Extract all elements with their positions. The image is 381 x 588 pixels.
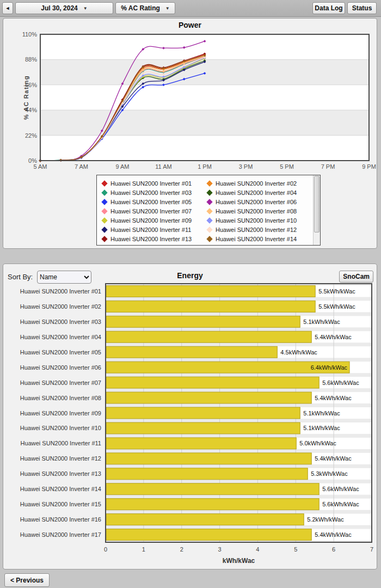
category-label: Huawei SUN2000 Inverter #15 [20, 501, 101, 507]
value-label: 5.4kWh/kWac [315, 395, 352, 401]
legend-marker-icon [206, 180, 212, 186]
category-label: Huawei SUN2000 Inverter #04 [20, 334, 101, 340]
category-label: Huawei SUN2000 Inverter #03 [20, 318, 101, 325]
chevron-down-icon: ▼ [83, 6, 88, 11]
category-label: Huawei SUN2000 Inverter #05 [20, 349, 101, 356]
value-label: 5.6kWh/kWac [322, 501, 359, 507]
data-log-button[interactable]: Data Log [312, 2, 345, 14]
legend-marker-icon [206, 217, 212, 223]
energy-bar [106, 407, 300, 419]
energy-bar [106, 529, 311, 541]
x-tick-label: 7 AM [75, 163, 88, 170]
legend-item: Huawei SUN2000 Inverter #03 [101, 189, 206, 196]
category-label: Huawei SUN2000 Inverter #07 [20, 379, 101, 386]
legend-marker-icon [206, 199, 212, 205]
value-label: 5.1kWh/kWac [303, 318, 340, 325]
legend-item: Huawei SUN2000 Inverter #11 [101, 226, 206, 233]
legend-scrollbar[interactable] [313, 175, 320, 245]
category-label: Huawei SUN2000 Inverter #02 [20, 303, 101, 310]
x-tick-label: 5 PM [280, 163, 294, 170]
legend-label: Huawei SUN2000 Inverter #02 [216, 180, 297, 187]
previous-button[interactable]: < Previous [4, 573, 50, 587]
energy-bar-chart: 01234567Huawei SUN2000 Inverter #015.5kW… [3, 264, 377, 567]
legend-grid: Huawei SUN2000 Inverter #01Huawei SUN200… [101, 179, 311, 243]
value-label: 5.4kWh/kWac [315, 531, 352, 538]
legend-marker-icon [206, 189, 212, 195]
energy-bar [106, 377, 319, 388]
legend-label: Huawei SUN2000 Inverter #05 [110, 199, 192, 205]
metric-dropdown[interactable]: % AC Rating ▼ [115, 2, 175, 14]
x-tick-label: 1 [142, 546, 145, 553]
value-label: 5.6kWh/kWac [322, 379, 359, 386]
energy-bar [106, 468, 308, 480]
category-label: Huawei SUN2000 Inverter #01 [20, 288, 101, 295]
power-panel: Power 0%22%44%66%88%110%5 AM7 AM9 AM11 A… [3, 18, 377, 249]
category-label: Huawei SUN2000 Inverter #17 [20, 531, 101, 538]
category-label: Huawei SUN2000 Inverter #12 [20, 455, 101, 462]
energy-panel: Sort By: Name Energy SnoCam 01234567Huaw… [3, 264, 377, 569]
energy-bar [106, 438, 296, 449]
x-tick-label: 2 [180, 546, 183, 553]
y-tick-label: 110% [22, 31, 38, 38]
legend-marker-icon [101, 217, 107, 223]
chevron-down-icon: ▼ [165, 6, 170, 11]
legend-label: Huawei SUN2000 Inverter #08 [216, 208, 297, 215]
legend-label: Huawei SUN2000 Inverter #12 [216, 226, 297, 233]
metric-label: % AC Rating [121, 4, 160, 12]
energy-bar [106, 422, 300, 434]
legend-item: Huawei SUN2000 Inverter #02 [206, 180, 311, 187]
legend-marker-icon [101, 208, 107, 214]
x-axis-title: kWh/kWac [223, 557, 255, 565]
date-label: Jul 30, 2024 [41, 4, 77, 12]
x-tick-label: 3 PM [239, 163, 253, 170]
energy-bar [106, 285, 315, 297]
energy-bar [106, 499, 319, 510]
value-label: 5.4kWh/kWac [315, 334, 352, 340]
legend-label: Huawei SUN2000 Inverter #11 [110, 226, 191, 233]
legend-marker-icon [101, 236, 107, 242]
category-label: Huawei SUN2000 Inverter #11 [21, 440, 101, 446]
plot-band [40, 110, 369, 135]
legend-label: Huawei SUN2000 Inverter #04 [216, 189, 297, 196]
y-tick-label: 88% [25, 56, 37, 63]
legend-item: Huawei SUN2000 Inverter #12 [206, 226, 311, 233]
legend-marker-icon [206, 208, 212, 214]
category-label: Huawei SUN2000 Inverter #08 [20, 395, 101, 401]
legend-label: Huawei SUN2000 Inverter #07 [110, 208, 192, 215]
legend-label: Huawei SUN2000 Inverter #10 [216, 217, 297, 224]
value-label: 5.5kWh/kWac [318, 303, 355, 310]
value-label: 5.1kWh/kWac [303, 410, 340, 416]
x-tick-label: 0 [104, 546, 107, 553]
legend-item: Huawei SUN2000 Inverter #10 [206, 217, 311, 224]
x-tick-label: 6 [332, 546, 335, 553]
value-label: 5.4kWh/kWac [315, 455, 352, 462]
energy-bar [106, 346, 277, 358]
legend-scrollbar-thumb[interactable] [314, 176, 319, 232]
legend-label: Huawei SUN2000 Inverter #03 [110, 189, 192, 196]
date-dropdown[interactable]: Jul 30, 2024 ▼ [15, 2, 113, 14]
value-label: 5.5kWh/kWac [318, 288, 355, 295]
energy-bar [106, 301, 315, 312]
legend-marker-icon [101, 180, 107, 186]
x-tick-label: 9 AM [115, 163, 129, 170]
status-button[interactable]: Status [347, 2, 377, 14]
value-label: 5.0kWh/kWac [299, 440, 336, 446]
value-label: 5.1kWh/kWac [303, 425, 340, 431]
x-tick-label: 5 AM [33, 163, 47, 170]
legend-item: Huawei SUN2000 Inverter #13 [101, 236, 206, 242]
x-tick-label: 7 PM [321, 163, 335, 170]
power-line-chart: 0%22%44%66%88%110%5 AM7 AM9 AM11 AM1 PM3… [3, 19, 377, 170]
legend-item: Huawei SUN2000 Inverter #01 [101, 180, 206, 187]
value-label: 4.5kWh/kWac [280, 349, 317, 356]
legend-marker-icon [101, 226, 107, 232]
back-arrow-icon: ◄ [5, 5, 10, 11]
legend-label: Huawei SUN2000 Inverter #14 [216, 236, 297, 242]
legend-label: Huawei SUN2000 Inverter #09 [110, 217, 192, 224]
x-tick-label: 5 [294, 546, 297, 553]
value-label: 6.4kWh/kWac [311, 364, 348, 371]
legend-item: Huawei SUN2000 Inverter #07 [101, 208, 206, 215]
energy-bar [106, 453, 311, 464]
legend-item: Huawei SUN2000 Inverter #05 [101, 199, 206, 205]
back-button[interactable]: ◄ [2, 2, 13, 14]
category-label: Huawei SUN2000 Inverter #13 [20, 470, 101, 477]
